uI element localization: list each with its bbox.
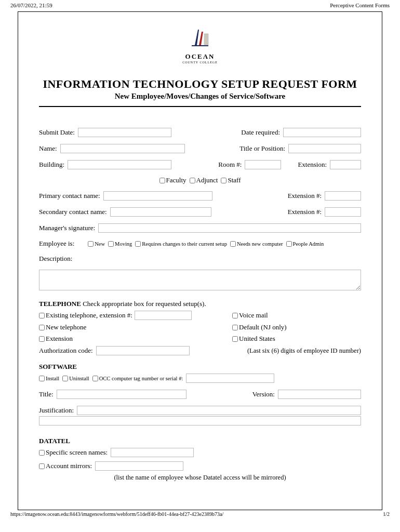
input-manager-sig[interactable] xyxy=(98,223,361,233)
row-secondary-contact: Secondary contact name: Extension #: xyxy=(39,207,361,217)
checkbox-adjunct[interactable]: Adjunct xyxy=(190,176,218,184)
section-telephone-heading: TELEPHONE Check appropriate box for requ… xyxy=(39,300,361,308)
row-tel-2: New telephone Default (NJ only) xyxy=(39,323,361,331)
input-secondary-ext[interactable] xyxy=(325,207,361,217)
row-primary-contact: Primary contact name: Extension #: xyxy=(39,191,361,201)
row-account-mirrors: Account mirrors: xyxy=(39,461,361,471)
checkbox-emp-moving[interactable]: Moving xyxy=(108,241,132,247)
input-tag[interactable] xyxy=(186,374,274,383)
section-datatel-heading: DATATEL xyxy=(39,437,361,445)
input-name[interactable] xyxy=(60,144,185,153)
row-tel-3: Extension United States xyxy=(39,335,361,343)
label-employee-is: Employee is: xyxy=(39,240,74,248)
input-existing-tel-ext[interactable] xyxy=(135,311,192,320)
checkbox-uninstall[interactable]: Uninstall xyxy=(62,376,89,381)
footer-url: https://imagenow.ocean.edu:8443/imagenow… xyxy=(10,511,223,517)
label-sw-title: Title: xyxy=(39,390,54,398)
logo-block: OCEAN COUNTY COLLEGE xyxy=(39,26,361,64)
input-justification-1[interactable] xyxy=(77,406,361,415)
input-description[interactable] xyxy=(39,270,361,290)
checkbox-screen-names[interactable]: Specific screen names: xyxy=(39,448,108,457)
input-primary-contact[interactable] xyxy=(103,191,212,201)
label-name: Name: xyxy=(39,144,57,153)
label-description: Description: xyxy=(39,255,72,263)
checkbox-emp-changes[interactable]: Requires changes to their current setup xyxy=(135,241,227,247)
checkbox-extension[interactable]: Extension xyxy=(39,335,73,343)
checkbox-us[interactable]: United States xyxy=(232,335,275,343)
input-primary-ext[interactable] xyxy=(325,191,361,201)
label-extension: Extension: xyxy=(298,161,327,169)
hint-auth-code: (Last six (6) digits of employee ID numb… xyxy=(247,347,361,355)
checkbox-staff[interactable]: Staff xyxy=(221,176,241,184)
input-screen-names[interactable] xyxy=(111,448,194,457)
row-auth-code: Authorization code: (Last six (6) digits… xyxy=(39,346,361,355)
input-extension[interactable] xyxy=(330,160,361,169)
header-page-label: Perceptive Content Forms xyxy=(330,2,390,8)
print-header: 26/07/2022, 21:59 Perceptive Content For… xyxy=(0,0,400,10)
label-justification: Justification: xyxy=(39,406,74,415)
label-date-required: Date required: xyxy=(241,128,280,137)
print-footer: https://imagenow.ocean.edu:8443/imagenow… xyxy=(0,510,400,518)
row-software-options: Install Uninstall OCC computer tag numbe… xyxy=(39,374,361,383)
label-building: Building: xyxy=(39,161,64,169)
label-submit-date: Submit Date: xyxy=(39,128,75,137)
section-software-heading: SOFTWARE xyxy=(39,363,361,371)
ocean-logo-icon xyxy=(185,26,215,49)
checkbox-emp-peopleadmin[interactable]: People Admin xyxy=(286,241,324,247)
input-room[interactable] xyxy=(245,160,281,169)
label-primary-contact: Primary contact name: xyxy=(39,192,100,200)
input-sw-title[interactable] xyxy=(57,390,186,399)
checkbox-emp-newcomp[interactable]: Needs new computer xyxy=(230,241,283,247)
row-employee-is: Employee is: New Moving Requires changes… xyxy=(39,240,361,248)
form-subtitle: New Employee/Moves/Changes of Service/So… xyxy=(39,92,361,101)
row-tel-1: Existing telephone, extension #: Voice m… xyxy=(39,311,361,320)
hint-datatel: (list the name of employee whose Datatel… xyxy=(39,474,361,482)
title-rule xyxy=(39,106,361,107)
label-manager-sig: Manager's signature: xyxy=(39,224,95,232)
row-screen-names: Specific screen names: xyxy=(39,448,361,457)
form-page: OCEAN COUNTY COLLEGE INFORMATION TECHNOL… xyxy=(18,11,382,510)
logo-subtitle: COUNTY COLLEGE xyxy=(39,61,361,64)
checkbox-new-tel[interactable]: New telephone xyxy=(39,323,86,331)
checkbox-faculty[interactable]: Faculty xyxy=(159,176,186,184)
input-sw-version[interactable] xyxy=(278,390,361,399)
input-submit-date[interactable] xyxy=(78,128,171,137)
input-justification-2[interactable] xyxy=(39,416,361,425)
row-building: Building: Room #: Extension: xyxy=(39,160,361,169)
input-auth-code[interactable] xyxy=(96,346,190,355)
label-auth-code: Authorization code: xyxy=(39,347,93,355)
input-secondary-contact[interactable] xyxy=(110,207,211,217)
svg-marker-1 xyxy=(195,30,199,45)
row-name: Name: Title or Position: xyxy=(39,144,361,153)
input-title-position[interactable] xyxy=(288,144,361,153)
row-software-title: Title: Version: xyxy=(39,390,361,399)
form-title: INFORMATION TECHNOLOGY SETUP REQUEST FOR… xyxy=(39,77,361,91)
input-building[interactable] xyxy=(68,160,171,169)
footer-page: 1/2 xyxy=(383,511,390,517)
label-secondary-contact: Secondary contact name: xyxy=(39,208,107,216)
header-datetime: 26/07/2022, 21:59 xyxy=(10,2,52,8)
logo-name: OCEAN xyxy=(39,52,361,61)
label-room: Room #: xyxy=(218,161,242,169)
label-secondary-ext: Extension #: xyxy=(288,208,322,216)
row-role: Faculty Adjunct Staff xyxy=(39,176,361,184)
row-justification: Justification: xyxy=(39,406,361,415)
label-primary-ext: Extension #: xyxy=(288,192,322,200)
svg-rect-0 xyxy=(192,45,208,46)
checkbox-existing-tel[interactable]: Existing telephone, extension #: xyxy=(39,311,132,320)
input-account-mirrors[interactable] xyxy=(95,461,183,471)
svg-marker-2 xyxy=(199,32,203,45)
label-sw-version: Version: xyxy=(252,390,275,398)
row-submit-date: Submit Date: Date required: xyxy=(39,128,361,137)
checkbox-emp-new[interactable]: New xyxy=(88,241,105,247)
checkbox-account-mirrors[interactable]: Account mirrors: xyxy=(39,462,92,470)
checkbox-tag[interactable]: OCC computer tag number or serial #: xyxy=(92,376,183,381)
row-manager-sig: Manager's signature: xyxy=(39,223,361,233)
label-title-position: Title or Position: xyxy=(239,144,285,153)
checkbox-voicemail[interactable]: Voice mail xyxy=(232,311,268,320)
row-description: Description: xyxy=(39,255,361,263)
checkbox-default-nj[interactable]: Default (NJ only) xyxy=(232,323,287,331)
checkbox-install[interactable]: Install xyxy=(39,376,59,381)
input-date-required[interactable] xyxy=(283,128,361,137)
